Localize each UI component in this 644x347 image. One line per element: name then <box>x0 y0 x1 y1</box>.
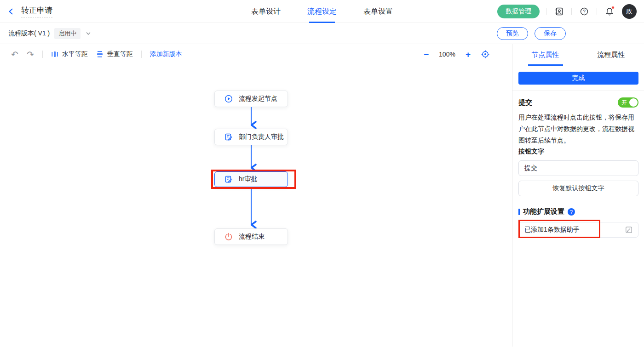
zoom-level: 100% <box>439 51 455 58</box>
divider <box>571 8 572 15</box>
vertical-spacing-label: 垂直等距 <box>107 50 133 58</box>
toggle-on-text: 开 <box>621 99 627 107</box>
approval-doc-icon <box>224 175 233 183</box>
locate-icon[interactable] <box>481 50 490 59</box>
horizontal-spacing-button[interactable]: 水平等距 <box>51 50 88 58</box>
header-actions: 数据管理 ? 政 <box>497 4 637 19</box>
tab-form-setting[interactable]: 表单设置 <box>363 0 393 23</box>
horizontal-spacing-icon <box>51 51 58 58</box>
vertical-spacing-button[interactable]: 垂直等距 <box>96 50 133 58</box>
button-text-input[interactable] <box>518 160 638 176</box>
power-icon <box>224 233 233 241</box>
play-circle-icon <box>224 95 233 103</box>
help-circle-icon[interactable]: ? <box>568 208 575 216</box>
divider <box>42 51 43 58</box>
page-title[interactable]: 转正申请 <box>21 5 52 17</box>
flow-node-label: 流程发起节点 <box>239 95 277 103</box>
redo-icon[interactable]: ↷ <box>27 50 34 59</box>
submit-toggle[interactable]: 开 <box>618 97 638 108</box>
flow-node-end[interactable]: 流程结束 <box>214 228 288 245</box>
flow-editor: ↶ ↷ 水平等距 垂直等距 添加新版本 <box>0 44 512 347</box>
chevron-left-icon <box>7 8 15 15</box>
panel-body: 完成 提交 开 用户在处理流程时点击此按钮，将保存用户在此节点中对数据的更改，流… <box>512 66 644 238</box>
complete-button[interactable]: 完成 <box>518 72 638 85</box>
preview-button[interactable]: 预览 <box>497 27 528 40</box>
divider <box>597 8 597 15</box>
header-tabs: 表单设计 流程设定 表单设置 <box>251 0 393 23</box>
undo-icon[interactable]: ↶ <box>11 50 18 59</box>
data-assist-row[interactable]: 已添加1条数据助手 <box>518 222 638 238</box>
extension-section-header: 功能扩展设置 ? <box>518 207 638 216</box>
edit-pencil-icon[interactable] <box>625 226 632 233</box>
properties-panel: 节点属性 流程属性 完成 提交 开 用户在处理流程时点击此按钮，将保存用户在此节… <box>512 44 644 347</box>
panel-tabs: 节点属性 流程属性 <box>512 44 644 66</box>
data-manage-button[interactable]: 数据管理 <box>497 5 540 18</box>
canvas-toolbar: ↶ ↷ 水平等距 垂直等距 添加新版本 <box>0 44 512 64</box>
vertical-spacing-icon <box>96 51 104 58</box>
flow-node-label: 部门负责人审批 <box>239 133 284 141</box>
toggle-knob <box>629 98 638 107</box>
tab-node-properties[interactable]: 节点属性 <box>512 44 578 66</box>
submit-label: 提交 <box>518 98 532 107</box>
divider <box>546 8 546 15</box>
section-accent-bar <box>518 209 520 215</box>
status-badge: 启用中 <box>54 28 80 39</box>
flow-node-dept-approval[interactable]: 部门负责人审批 <box>214 129 288 145</box>
flow-node-hr-approval[interactable]: hr审批 <box>214 171 288 187</box>
restore-default-button[interactable]: 恢复默认按钮文字 <box>518 181 638 196</box>
chevron-down-icon[interactable] <box>85 30 92 37</box>
flow-node-start[interactable]: 流程发起节点 <box>214 91 288 107</box>
extension-title: 功能扩展设置 <box>523 207 564 216</box>
bell-icon[interactable] <box>604 6 615 17</box>
avatar[interactable]: 政 <box>622 4 637 19</box>
main-area: ↶ ↷ 水平等距 垂直等距 添加新版本 <box>0 44 644 347</box>
version-bar: 流程版本( V1 ) 启用中 预览 保存 <box>0 23 644 44</box>
submit-setting-row: 提交 开 <box>518 97 638 108</box>
version-label: 流程版本( V1 ) <box>8 29 50 38</box>
notification-dot <box>611 6 615 9</box>
back-button[interactable] <box>7 8 15 15</box>
zoom-controls: − 100% + <box>424 50 501 59</box>
version-actions: 预览 保存 <box>497 27 636 40</box>
divider <box>141 51 142 58</box>
zoom-out-icon[interactable]: − <box>424 50 429 59</box>
flow-canvas[interactable]: 流程发起节点 部门负责人审批 hr审批 <box>0 64 512 347</box>
flow-node-label: 流程结束 <box>239 233 264 241</box>
contact-book-icon[interactable] <box>553 6 565 17</box>
horizontal-spacing-label: 水平等距 <box>62 50 88 58</box>
data-assist-text: 已添加1条数据助手 <box>524 226 580 234</box>
zoom-in-icon[interactable]: + <box>466 50 471 59</box>
top-header: 转正申请 表单设计 流程设定 表单设置 数据管理 ? <box>0 0 644 23</box>
divider <box>512 91 644 91</box>
tab-form-design[interactable]: 表单设计 <box>251 0 281 23</box>
add-version-link[interactable]: 添加新版本 <box>150 50 182 58</box>
data-assist-wrap: 已添加1条数据助手 <box>518 222 638 238</box>
flow-node-label: hr审批 <box>239 175 257 183</box>
button-text-label: 按钮文字 <box>518 148 638 156</box>
submit-description: 用户在处理流程时点击此按钮，将保存用户在此节点中对数据的更改，流程数据视图转至后… <box>518 112 638 146</box>
svg-text:?: ? <box>583 9 586 14</box>
tab-flow-properties[interactable]: 流程属性 <box>578 44 644 66</box>
save-button[interactable]: 保存 <box>535 27 566 40</box>
help-icon[interactable]: ? <box>578 6 590 17</box>
tab-flow-setting[interactable]: 流程设定 <box>307 0 337 23</box>
approval-doc-icon <box>224 133 233 141</box>
